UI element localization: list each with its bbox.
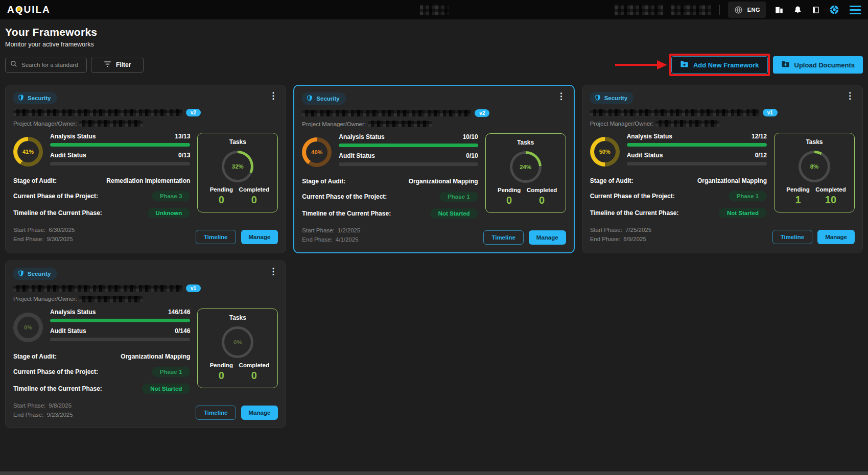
- tasks-panel: Tasks 8% Pending 1 Completed 10: [774, 133, 855, 212]
- project-manager-label: Project Manager/Owner:: [302, 121, 366, 127]
- version-badge: v2: [475, 109, 489, 117]
- analysis-status-count: 12/12: [752, 133, 767, 140]
- timeline-button[interactable]: Timeline: [196, 230, 236, 244]
- stage-of-audit-value: Remediation Implementation: [106, 177, 190, 184]
- completed-label: Completed: [238, 362, 270, 368]
- project-manager-label: Project Manager/Owner:: [13, 121, 77, 127]
- redacted-framework-title: [302, 110, 471, 116]
- tasks-title: Tasks: [491, 139, 560, 146]
- end-phase-label: End Phase:: [590, 236, 620, 242]
- end-phase-date: 8/9/2025: [623, 236, 646, 242]
- add-new-framework-button[interactable]: Add New Framework: [671, 56, 768, 74]
- timeline-button[interactable]: Timeline: [772, 230, 812, 244]
- shield-icon: [17, 270, 25, 278]
- organization-icon[interactable]: [774, 5, 784, 15]
- category-badge: Security: [13, 92, 57, 104]
- manage-button[interactable]: Manage: [817, 230, 855, 244]
- shield-icon: [306, 94, 313, 103]
- shield-icon: [594, 94, 601, 102]
- horizontal-scrollbar[interactable]: [0, 471, 868, 475]
- analysis-status-count: 10/10: [463, 133, 478, 140]
- support-icon[interactable]: [829, 5, 839, 15]
- completed-label: Completed: [526, 187, 558, 193]
- tasks-progress-donut: 0%: [222, 326, 253, 358]
- category-badge: Security: [590, 92, 634, 104]
- filter-label: Filter: [116, 61, 131, 68]
- timeline-status-pill: Not Started: [142, 384, 190, 394]
- add-new-framework-label: Add New Framework: [693, 61, 759, 69]
- end-phase-date: 4/1/2025: [336, 236, 359, 243]
- end-phase-label: End Phase:: [13, 412, 43, 418]
- menu-hamburger-icon[interactable]: [850, 6, 861, 14]
- tasks-progress-donut: 24%: [510, 151, 542, 183]
- pending-label: Pending: [782, 186, 814, 193]
- completed-label: Completed: [814, 186, 847, 193]
- page-subtitle: Monitor your active frameworks: [5, 41, 863, 48]
- audit-status-count: 0/13: [178, 152, 190, 159]
- upload-documents-label: Upload Documents: [794, 61, 855, 69]
- stage-of-audit-label: Stage of Audit:: [13, 353, 57, 360]
- start-phase-label: Start Phase:: [302, 227, 334, 233]
- notifications-bell-icon[interactable]: [792, 5, 803, 15]
- search-box[interactable]: [5, 58, 87, 73]
- redacted-project-manager-name: [79, 120, 143, 127]
- project-manager-label: Project Manager/Owner:: [13, 296, 77, 302]
- manage-button[interactable]: Manage: [241, 230, 278, 244]
- framework-card[interactable]: ⋮ Security v2 Project Manager/Owner:: [293, 85, 574, 253]
- tasks-panel: Tasks 32% Pending 0 Completed 0: [197, 133, 278, 212]
- completed-count: 0: [238, 370, 270, 382]
- manage-button[interactable]: Manage: [529, 230, 566, 245]
- pending-count: 0: [493, 195, 526, 206]
- analysis-progress-bar: [339, 144, 478, 147]
- completed-count: 10: [814, 194, 847, 206]
- current-phase-label: Current Phase of the Project:: [13, 193, 98, 200]
- framework-progress-donut: 0%: [13, 313, 43, 342]
- manage-button[interactable]: Manage: [241, 406, 278, 420]
- pending-count: 0: [205, 370, 238, 382]
- project-manager-label: Project Manager/Owner:: [590, 121, 654, 127]
- pending-label: Pending: [205, 186, 238, 193]
- card-menu-kebab-icon[interactable]: ⋮: [555, 91, 568, 102]
- timeline-button[interactable]: Timeline: [196, 406, 236, 420]
- analysis-progress-bar: [50, 143, 190, 147]
- card-menu-kebab-icon[interactable]: ⋮: [267, 90, 279, 101]
- card-menu-kebab-icon[interactable]: ⋮: [267, 266, 279, 277]
- pending-label: Pending: [205, 362, 238, 368]
- analysis-progress-bar: [627, 143, 767, 147]
- language-selector[interactable]: ENG: [728, 2, 766, 18]
- audit-progress-bar: [339, 162, 478, 166]
- filter-button[interactable]: Filter: [91, 58, 144, 73]
- start-phase-label: Start Phase:: [13, 227, 45, 233]
- redacted-user-text-2: [671, 5, 711, 15]
- search-input[interactable]: [21, 62, 82, 68]
- timeline-button[interactable]: Timeline: [483, 230, 523, 245]
- tasks-progress-donut: 8%: [799, 151, 830, 182]
- app-logo[interactable]: AQUILA: [7, 4, 51, 15]
- current-phase-pill: Phase 1: [152, 367, 190, 377]
- tasks-panel: Tasks 0% Pending 0 Completed 0: [197, 308, 278, 388]
- end-phase-date: 9/30/2025: [46, 236, 73, 242]
- tasks-title: Tasks: [203, 138, 272, 146]
- card-menu-kebab-icon[interactable]: ⋮: [843, 90, 856, 101]
- version-badge: v1: [763, 109, 778, 116]
- tasks-progress-donut: 32%: [222, 151, 253, 182]
- end-phase-label: End Phase:: [13, 236, 43, 242]
- audit-status-count: 0/146: [175, 327, 190, 335]
- upload-documents-button[interactable]: Upload Documents: [773, 56, 863, 74]
- redacted-project-manager-name: [368, 121, 432, 127]
- stage-of-audit-value: Organizational Mapping: [121, 353, 190, 360]
- knowledge-book-icon[interactable]: [811, 5, 821, 15]
- analysis-status-label: Analysis Status: [339, 133, 384, 140]
- audit-progress-bar: [50, 338, 190, 341]
- audit-status-label: Audit Status: [50, 327, 86, 335]
- timeline-phase-label: Timeline of the Current Phase:: [590, 209, 679, 217]
- category-label: Security: [28, 271, 51, 277]
- timeline-status-pill: Not Started: [719, 208, 767, 218]
- framework-card[interactable]: ⋮ Security v2 Project Manager/Owner:: [5, 85, 286, 253]
- start-phase-date: 6/30/2025: [49, 227, 75, 233]
- category-badge: Security: [302, 92, 345, 105]
- framework-card[interactable]: ⋮ Security v1 Project Manager/Owner:: [5, 260, 286, 428]
- audit-progress-bar: [627, 162, 767, 165]
- analysis-status-label: Analysis Status: [50, 133, 96, 140]
- framework-card[interactable]: ⋮ Security v1 Project Manager/Owner:: [582, 85, 863, 253]
